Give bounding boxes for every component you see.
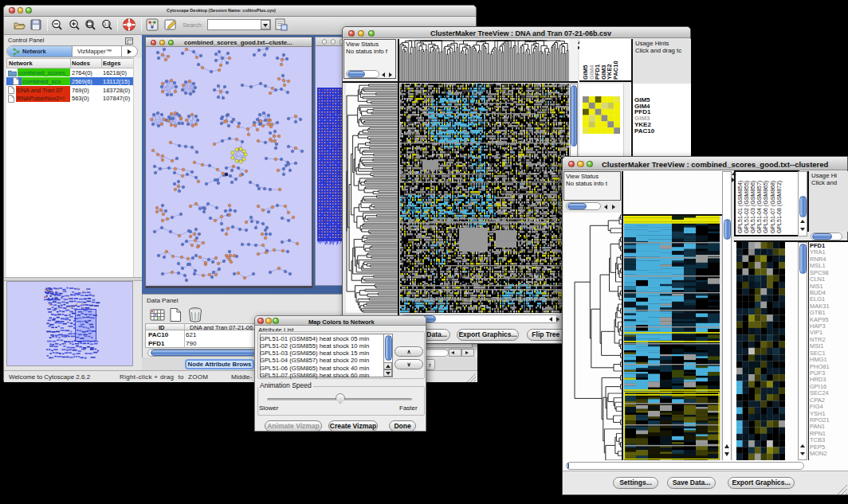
svg-text:1:1: 1:1 [104, 21, 110, 26]
